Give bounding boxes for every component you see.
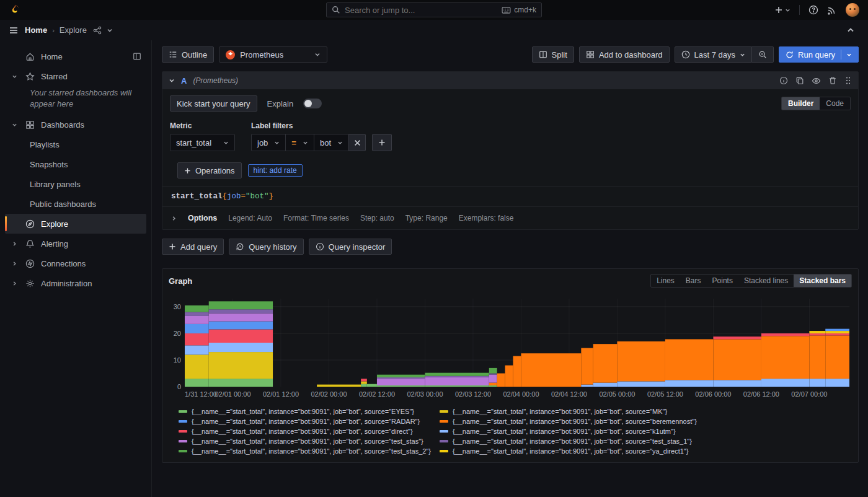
bar-segment-test_stas[interactable] (209, 314, 273, 322)
bar-segment-k1utm[interactable] (713, 380, 761, 387)
add-query-button[interactable]: Add query (162, 239, 224, 255)
bar-segment-MK[interactable] (185, 354, 209, 379)
bar-segment-MK[interactable] (209, 352, 273, 379)
bar-segment-direct[interactable] (809, 333, 825, 335)
query-row-header[interactable]: A (Prometheus) (162, 72, 858, 89)
info-circle-icon[interactable] (779, 76, 788, 85)
graph-mode-points[interactable]: Points (707, 275, 738, 287)
bar-segment-k1utm[interactable] (665, 380, 713, 387)
breadcrumb-current[interactable]: Explore (60, 25, 87, 35)
bar-segment-test_stas_1[interactable] (489, 373, 497, 374)
bar-segment-beremennost[interactable] (521, 353, 581, 387)
bar-segment-beremennost[interactable] (581, 348, 593, 385)
zoom-out-time-button[interactable] (752, 46, 774, 63)
explain-toggle[interactable] (303, 99, 322, 108)
bar-segment-EYES[interactable] (367, 384, 377, 387)
run-query-button[interactable]: Run query (779, 46, 859, 63)
bar-segment-EYES[interactable] (377, 385, 425, 387)
global-search[interactable]: cmd+k (326, 2, 542, 17)
bar-segment-ya_direct1[interactable] (809, 331, 825, 333)
bar-segment-k1utm[interactable] (761, 379, 809, 387)
bar-segment-beremennost[interactable] (825, 335, 849, 379)
legend-item-k1utm[interactable]: {__name__="start_total", instance="bot:9… (440, 428, 697, 435)
bar-segment-beremennost[interactable] (617, 341, 665, 382)
sidebar-item-public-dashboards[interactable]: Public dashboards (5, 194, 146, 214)
bar-segment-beremennost[interactable] (489, 383, 497, 385)
chevron-right-icon[interactable] (171, 216, 177, 221)
outline-button[interactable]: Outline (162, 46, 214, 63)
hint-add-rate-button[interactable]: hint: add rate (248, 164, 303, 177)
bar-segment-test_stas_1[interactable] (185, 312, 209, 316)
remove-filter-button[interactable] (348, 134, 366, 151)
legend-item-beremennost[interactable]: {__name__="start_total", instance="bot:9… (440, 418, 697, 425)
bar-segment-test_stas_2[interactable] (209, 301, 273, 309)
legend-item-test_stas_2[interactable]: {__name__="start_total", instance="bot:9… (179, 447, 431, 455)
sidebar-item-alerting[interactable]: Alerting (5, 234, 146, 253)
new-button[interactable] (774, 6, 790, 14)
sidebar-item-administration[interactable]: Administration (5, 273, 146, 293)
bar-segment-test_stas_2[interactable] (425, 373, 489, 376)
split-button[interactable]: Split (532, 46, 574, 63)
graph-mode-lines[interactable]: Lines (651, 275, 680, 287)
metric-select[interactable]: start_total (170, 134, 235, 151)
bar-segment-k1utm[interactable] (593, 383, 618, 387)
legend-item-MK[interactable]: {__name__="start_total", instance="bot:9… (440, 408, 697, 415)
bar-segment-beremennost[interactable] (809, 335, 825, 379)
filter-op-select[interactable]: = (285, 134, 314, 151)
datasource-picker[interactable]: Prometheus (219, 46, 327, 63)
bar-segment-test_stas_2[interactable] (377, 375, 425, 377)
time-range-picker[interactable]: Last 7 days (675, 46, 753, 63)
bar-segment-EYES[interactable] (361, 384, 367, 387)
legend-item-direct[interactable]: {__name__="start_total", instance="bot:9… (179, 428, 431, 435)
bar-segment-k1utm[interactable] (185, 345, 209, 354)
collapse-section-icon[interactable] (847, 27, 859, 34)
legend-item-test_stas_1[interactable]: {__name__="start_total", instance="bot:9… (440, 438, 697, 445)
chevron-right-icon[interactable] (10, 281, 19, 286)
bar-segment-RADAR[interactable] (185, 324, 209, 333)
bar-segment-EYES[interactable] (185, 379, 209, 387)
add-to-dashboard-button[interactable]: Add to dashboard (579, 46, 670, 63)
news-icon[interactable] (827, 5, 837, 15)
filter-value-select[interactable]: bot (314, 134, 348, 151)
breadcrumb-home[interactable]: Home (25, 25, 47, 35)
query-options-row[interactable]: Options Legend: Auto Format: Time series… (170, 207, 851, 229)
bar-segment-test_stas_2[interactable] (489, 368, 497, 374)
code-tab[interactable]: Code (820, 97, 850, 110)
graph-mode-stacked-bars[interactable]: Stacked bars (794, 275, 851, 287)
dock-sidebar-icon[interactable] (133, 52, 141, 61)
bar-segment-k1utm[interactable] (809, 379, 825, 387)
builder-tab[interactable]: Builder (782, 97, 820, 110)
bar-segment-EYES[interactable] (489, 385, 497, 387)
bar-segment-test_stas_1[interactable] (425, 376, 489, 377)
drag-handle-icon[interactable] (844, 76, 852, 85)
bar-segment-beremennost[interactable] (761, 336, 809, 379)
bar-segment-ya_direct1[interactable] (825, 331, 849, 333)
bar-segment-test_stas_1[interactable] (377, 377, 425, 379)
sidebar-item-playlists[interactable]: Playlists (5, 134, 146, 154)
bar-segment-k1utm[interactable] (209, 343, 273, 352)
bar-segment-test_stas[interactable] (489, 375, 497, 383)
bar-segment-MK[interactable] (361, 381, 367, 384)
search-input[interactable] (345, 6, 497, 15)
legend-item-ya_direct1[interactable]: {__name__="start_total", instance="bot:9… (440, 447, 697, 455)
bar-segment-test_stas[interactable] (185, 316, 209, 324)
legend-item-RADAR[interactable]: {__name__="start_total", instance="bot:9… (179, 418, 431, 425)
chevron-down-icon[interactable] (107, 27, 113, 33)
sidebar-item-dashboards[interactable]: Dashboards (5, 115, 146, 134)
chevron-down-icon[interactable] (841, 50, 852, 59)
bar-segment-beremennost[interactable] (665, 339, 713, 380)
bar-segment-direct[interactable] (761, 333, 809, 336)
filter-key-select[interactable]: job (251, 134, 285, 151)
graph-mode-bars[interactable]: Bars (680, 275, 707, 287)
legend-item-EYES[interactable]: {__name__="start_total", instance="bot:9… (179, 408, 431, 415)
grafana-logo-icon[interactable] (9, 4, 21, 16)
bar-segment-beremennost[interactable] (505, 366, 513, 387)
chevron-down-icon[interactable] (169, 77, 175, 84)
legend-item-test_stas[interactable]: {__name__="start_total", instance="bot:9… (179, 438, 431, 445)
bar-segment-test_stas_2[interactable] (185, 306, 209, 312)
bar-segment-beremennost[interactable] (713, 339, 761, 380)
kick-start-button[interactable]: Kick start your query (170, 95, 257, 112)
stacked-bar-chart[interactable]: 01020301/31 12:0002/01 00:0002/01 12:000… (162, 290, 858, 403)
query-inspector-button[interactable]: Query inspector (309, 239, 392, 255)
bar-segment-direct[interactable] (713, 336, 761, 339)
